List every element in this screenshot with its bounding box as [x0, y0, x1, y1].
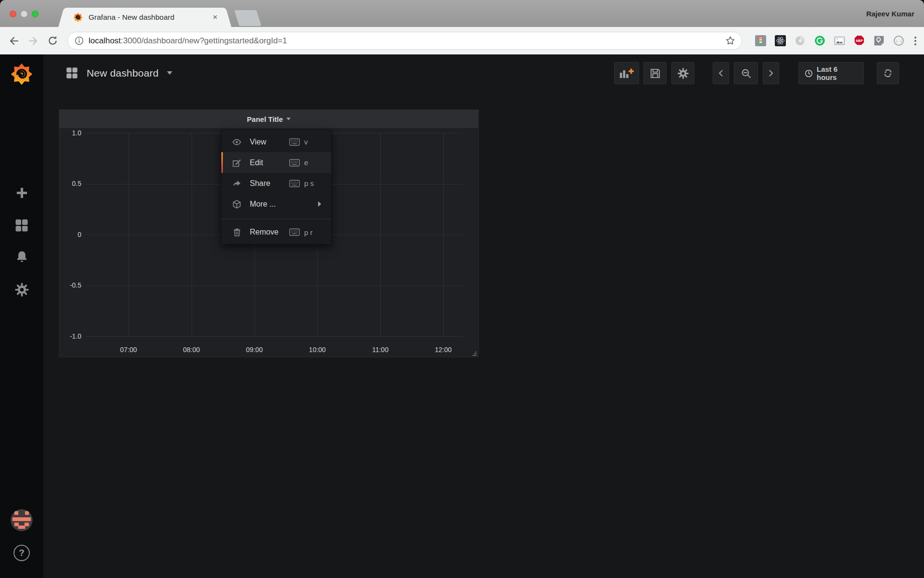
bell-icon: [15, 250, 29, 264]
url-host: localhost: [89, 36, 121, 45]
help-icon: ?: [13, 545, 30, 561]
dashboard-canvas: Panel Title 1.0 0.5 0 -0.5 -1.0: [43, 92, 924, 578]
save-dashboard-button[interactable]: [643, 62, 667, 84]
x-axis-tick: 08:00: [183, 346, 200, 354]
lighthouse-extension-icon[interactable]: [755, 35, 766, 47]
x-axis-tick: 07:00: [120, 346, 137, 354]
dashboard-settings-button[interactable]: [671, 62, 694, 84]
menu-item-edit[interactable]: Edit e: [221, 152, 331, 173]
browser-tabstrip: Grafana - New dashboard × Rajeev Kumar: [0, 0, 924, 27]
close-window-button[interactable]: [10, 11, 16, 17]
zoom-window-button[interactable]: [32, 11, 38, 17]
panel-resize-handle[interactable]: [472, 351, 477, 356]
url-text[interactable]: localhost:3000/dashboard/new?gettingstar…: [89, 36, 725, 46]
menu-item-remove[interactable]: Remove p r: [221, 222, 331, 242]
y-axis-tick: 0.5: [59, 180, 81, 187]
menu-item-label: Share: [250, 179, 270, 188]
adblock-plus-icon[interactable]: ABP: [853, 35, 865, 47]
url-path: :3000/dashboard/new?gettingstarted&orgId…: [121, 36, 287, 45]
sidebar-item-alerting[interactable]: [0, 250, 43, 264]
plus-icon: [15, 186, 28, 199]
page-info-icon[interactable]: [75, 36, 84, 45]
user-avatar[interactable]: [0, 509, 43, 531]
browser-tab-active[interactable]: Grafana - New dashboard ×: [65, 8, 224, 27]
sidebar-item-help[interactable]: ?: [0, 545, 43, 561]
window-controls: [10, 11, 38, 17]
dashboard-title-dropdown[interactable]: New dashboard: [65, 66, 172, 79]
cube-icon: [232, 199, 242, 209]
menu-item-shortcut: p s: [304, 179, 321, 187]
y-axis-tick: -0.5: [59, 281, 81, 289]
time-back-button[interactable]: [713, 62, 729, 84]
chevron-down-icon: [167, 71, 172, 75]
grafana-favicon-icon: [73, 13, 83, 22]
plus-badge: [629, 69, 634, 74]
gear-icon: [14, 282, 29, 297]
extension-bar: ABP {…}: [755, 27, 918, 54]
y-axis-tick: 1.0: [59, 129, 81, 137]
dashboard-grid-icon: [65, 66, 78, 79]
grammarly-icon[interactable]: [814, 35, 825, 47]
zoom-out-button[interactable]: [734, 62, 758, 84]
dashboards-grid-icon: [14, 218, 29, 233]
lightbulb-extension-icon[interactable]: [873, 35, 885, 47]
menu-item-share[interactable]: Share p s: [221, 173, 331, 194]
back-icon[interactable]: [8, 35, 20, 47]
add-panel-button[interactable]: [614, 62, 639, 84]
grafana-logo[interactable]: [0, 63, 43, 85]
sidebar-item-configuration[interactable]: [0, 282, 43, 297]
json-glyph: {…}: [896, 39, 902, 43]
react-devtools-icon[interactable]: [774, 35, 786, 47]
refresh-icon: [883, 68, 893, 79]
eye-icon: [232, 137, 242, 147]
browser-toolbar: localhost:3000/dashboard/new?gettingstar…: [0, 27, 924, 54]
tab-close-icon[interactable]: ×: [212, 13, 218, 22]
tab-title: Grafana - New dashboard: [89, 13, 212, 22]
dashboard-toolbar: Last 6 hours: [614, 62, 899, 84]
menu-item-view[interactable]: View v: [221, 131, 331, 152]
y-axis-tick: -1.0: [59, 332, 81, 340]
panel-title: Panel Title: [247, 115, 283, 123]
keyboard-icon: [289, 159, 300, 167]
refresh-button[interactable]: [877, 62, 899, 84]
keyboard-icon: [289, 228, 300, 236]
menu-item-shortcut: e: [304, 158, 321, 167]
chevron-down-icon: [286, 118, 291, 120]
sidebar-item-dashboards[interactable]: [0, 218, 43, 233]
disabled-extension-swirl-icon[interactable]: [794, 35, 806, 47]
new-tab-button[interactable]: [234, 10, 261, 26]
json-viewer-icon[interactable]: {…}: [893, 35, 904, 47]
menu-item-shortcut: v: [304, 138, 321, 146]
minimize-window-button[interactable]: [21, 11, 27, 17]
x-axis-tick: 11:00: [372, 346, 388, 354]
bookmark-star-icon[interactable]: [725, 35, 736, 46]
graph-panel: Panel Title 1.0 0.5 0 -0.5 -1.0: [59, 109, 479, 357]
trash-icon: [232, 228, 242, 237]
browser-menu-icon[interactable]: [912, 37, 918, 45]
menu-item-label: More ...: [250, 200, 276, 209]
menu-item-more[interactable]: More ...: [221, 194, 331, 214]
chevron-left-icon: [717, 69, 725, 78]
submenu-arrow-icon: [318, 201, 321, 207]
dashboard-title: New dashboard: [87, 67, 159, 79]
reload-icon[interactable]: [46, 35, 59, 47]
url-bar[interactable]: localhost:3000/dashboard/new?gettingstar…: [67, 32, 742, 50]
menu-item-label: Remove: [250, 228, 279, 236]
keyboard-icon: [289, 180, 300, 187]
time-forward-button[interactable]: [763, 62, 779, 84]
y-axis-tick: 0: [59, 231, 81, 238]
panel-header-dropdown[interactable]: Panel Title: [59, 110, 478, 128]
browser-window: Grafana - New dashboard × Rajeev Kumar: [0, 0, 924, 578]
edit-icon: [232, 158, 242, 168]
menu-item-label: View: [250, 138, 266, 146]
forward-icon[interactable]: [27, 35, 39, 47]
time-range-picker[interactable]: Last 6 hours: [798, 62, 864, 84]
share-icon: [232, 179, 242, 188]
menu-divider: [221, 219, 331, 219]
chevron-right-icon: [767, 69, 775, 78]
keyboard-icon: [289, 138, 300, 146]
x-axis-tick: 09:00: [246, 346, 263, 354]
sidebar-item-add[interactable]: [0, 186, 43, 199]
abp-label: ABP: [855, 39, 862, 43]
screenshot-extension-icon[interactable]: [834, 35, 845, 47]
